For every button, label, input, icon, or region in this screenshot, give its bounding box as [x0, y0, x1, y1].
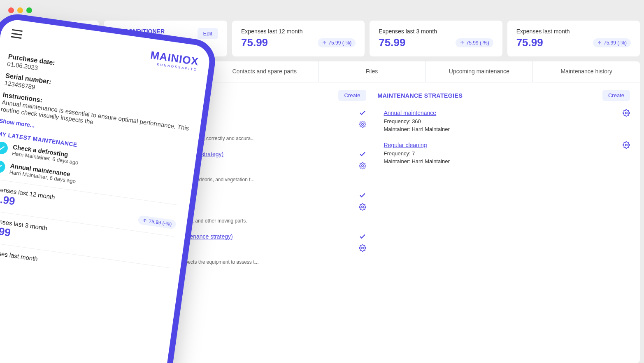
svg-point-14 [361, 206, 363, 208]
gear-icon[interactable] [623, 109, 630, 117]
kpi-label: Expenses last 12 month [241, 28, 356, 35]
window-titlebar [0, 0, 644, 21]
phone-kpi-badge: 75.99 (-%) [137, 215, 176, 230]
kpi-value: 75.99 [516, 36, 543, 49]
strategies-title: MAINTENANCE STRATEGIES [378, 92, 463, 99]
check-circle-icon [0, 160, 6, 174]
tab-contacts-and-spare-parts[interactable]: Contacts and spare parts [211, 61, 319, 82]
kpi-label: Expenses last month [516, 28, 631, 35]
kpi-value: 75.99 [379, 36, 405, 49]
strategies-section: MAINTENANCE STRATEGIES Create Annual mai… [378, 90, 630, 274]
check-icon[interactable] [359, 192, 366, 199]
maximize-window-icon[interactable] [26, 7, 32, 13]
arrow-up-icon [322, 40, 327, 45]
kpi-card: Expenses last month75.9975.99 (-%) [507, 21, 640, 56]
kpi-label: Expenses last 3 month [379, 28, 493, 35]
kpi-badge: 75.99 (-%) [593, 38, 631, 47]
tab-upcoming-maintenance[interactable]: Upcoming maintenance [425, 61, 533, 82]
kpi-card: Expenses last 3 month75.9975.99 (-%) [370, 21, 502, 56]
gear-icon[interactable] [359, 203, 366, 211]
strategy-item-freq: Frequency: 360 [384, 118, 617, 124]
strategy-item-title[interactable]: Regular cleaning [384, 142, 427, 148]
menu-icon[interactable] [11, 29, 23, 39]
gear-icon[interactable] [359, 121, 366, 128]
kpi-card: Expenses last 12 month75.9975.99 (-%) [232, 21, 365, 56]
kpi-badge: 75.99 (-%) [318, 38, 356, 47]
svg-point-13 [361, 165, 363, 167]
strategy-item-freq: Frequency: 7 [384, 150, 617, 157]
strategy-item: Annual maintenanceFrequency: 360Maintain… [378, 109, 630, 132]
close-window-icon[interactable] [8, 7, 14, 13]
svg-point-17 [625, 144, 628, 146]
strategy-item-title[interactable]: Annual maintenance [384, 110, 437, 116]
svg-point-15 [361, 247, 363, 249]
minimize-window-icon[interactable] [17, 7, 23, 13]
gear-icon[interactable] [359, 162, 366, 169]
edit-button[interactable]: Edit [198, 28, 218, 39]
gear-icon[interactable] [359, 244, 366, 252]
tab-maintenance-history[interactable]: Maintenance history [533, 61, 640, 82]
strategy-item-maintainer: Maintainer: Harri Maintainer [384, 158, 617, 164]
arrow-up-icon [460, 40, 465, 45]
gear-icon[interactable] [623, 141, 630, 149]
calendar-create-button[interactable]: Create [338, 90, 366, 101]
check-icon[interactable] [359, 233, 366, 240]
check-icon[interactable] [359, 109, 366, 117]
check-circle-icon [0, 141, 9, 155]
check-icon[interactable] [359, 150, 366, 158]
arrow-up-icon [597, 40, 602, 45]
svg-point-16 [625, 112, 628, 114]
kpi-badge: 75.99 (-%) [456, 38, 493, 47]
kpi-value: 75.99 [241, 36, 268, 49]
tab-files[interactable]: Files [319, 61, 426, 82]
svg-point-12 [361, 124, 363, 126]
arrow-up-icon [142, 218, 148, 223]
strategies-create-button[interactable]: Create [602, 90, 630, 101]
strategy-item-maintainer: Maintainer: Harri Maintainer [384, 126, 617, 132]
strategy-item: Regular cleaningFrequency: 7Maintainer: … [378, 141, 630, 164]
